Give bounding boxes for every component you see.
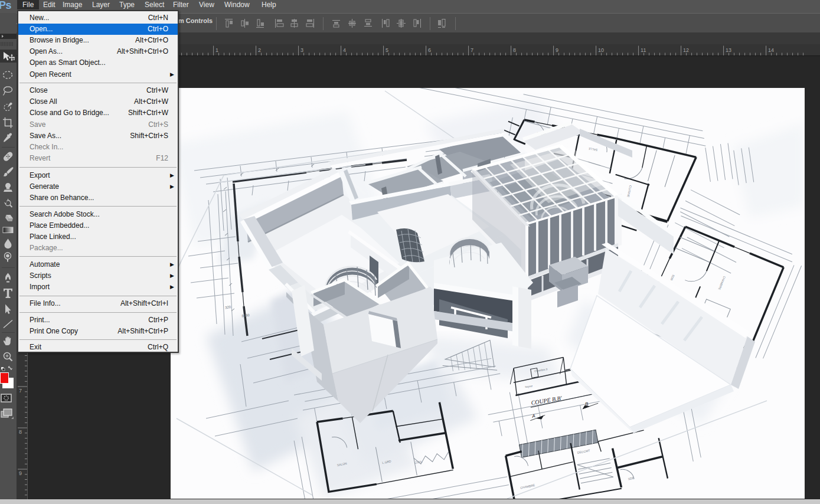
svg-text:5: 5 — [386, 47, 388, 53]
svg-text:4: 4 — [343, 47, 346, 53]
svg-text:8: 8 — [19, 429, 22, 435]
svg-text:11: 11 — [641, 47, 646, 53]
svg-text:2: 2 — [258, 47, 261, 53]
svg-text:9: 9 — [556, 47, 558, 53]
svg-text:3: 3 — [300, 47, 303, 53]
svg-text:7: 7 — [471, 47, 473, 53]
svg-text:13: 13 — [726, 47, 731, 53]
svg-text:m Controls: m Controls — [178, 17, 213, 24]
svg-text:10: 10 — [598, 47, 604, 53]
svg-text:1: 1 — [215, 47, 218, 53]
svg-text:7: 7 — [19, 388, 22, 394]
svg-text:12: 12 — [683, 47, 689, 53]
svg-text:14: 14 — [768, 47, 774, 53]
svg-text:6: 6 — [428, 47, 431, 53]
svg-text:9: 9 — [19, 470, 22, 476]
svg-text:8: 8 — [513, 47, 516, 53]
